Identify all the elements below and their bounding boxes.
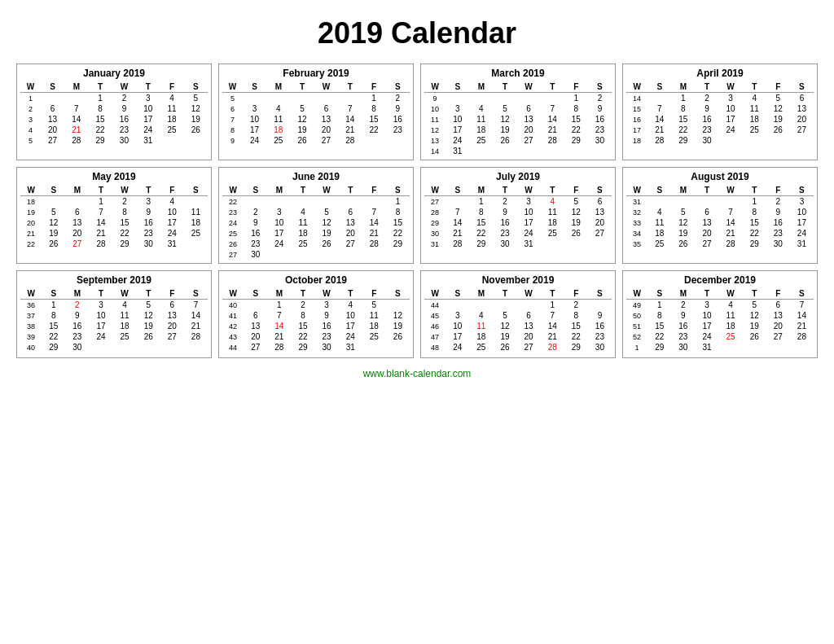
day-cell: 27 (517, 135, 541, 146)
day-cell: 23 (671, 331, 695, 342)
day-header: W (424, 288, 446, 300)
day-cell: 10 (243, 114, 266, 125)
day-header: W (315, 185, 339, 196)
day-cell: 21 (790, 321, 814, 331)
day-header: M (267, 185, 291, 196)
day-cell: 13 (41, 114, 64, 125)
day-cell (65, 249, 89, 251)
day-cell: 28 (338, 135, 362, 146)
month-block: September 2019WSMTWTFS361234567378910111… (16, 270, 212, 358)
day-cell: 1 (564, 93, 588, 104)
day-cell (339, 249, 362, 260)
week-number (626, 146, 647, 147)
week-number: 30 (424, 228, 446, 239)
day-cell: 1 (671, 93, 695, 104)
day-cell (112, 146, 136, 147)
week-number: 18 (626, 135, 647, 146)
day-cell: 29 (469, 239, 493, 249)
day-cell: 3 (446, 310, 469, 321)
day-cell: 18 (469, 331, 493, 342)
day-cell (671, 249, 695, 251)
day-cell: 24 (695, 331, 718, 342)
day-cell: 14 (719, 217, 743, 228)
day-cell: 4 (266, 103, 290, 114)
day-cell: 22 (386, 228, 410, 239)
month-title: March 2019 (424, 68, 612, 79)
day-cell (588, 353, 612, 354)
day-cell (517, 300, 541, 311)
day-cell: 28 (647, 135, 671, 146)
day-cell: 11 (184, 207, 208, 217)
day-cell (386, 342, 410, 353)
day-cell: 14 (647, 114, 671, 125)
day-cell: 12 (743, 310, 766, 321)
week-number: 5 (20, 135, 41, 146)
day-header: W (315, 288, 339, 300)
week-number: 26 (222, 239, 244, 249)
day-cell (564, 353, 588, 354)
day-cell: 9 (766, 207, 790, 217)
month-block: June 2019WSMTWTFS22123234567824910111213… (218, 167, 414, 264)
day-cell: 14 (790, 310, 814, 321)
day-cell (362, 135, 385, 146)
day-header: W (20, 288, 42, 300)
day-cell: 8 (113, 207, 137, 217)
day-header: W (222, 288, 244, 300)
day-cell: 15 (743, 217, 766, 228)
month-table: WSMTWTFS14123456157891011121316141516171… (626, 81, 814, 147)
day-cell (65, 353, 89, 354)
day-cell: 22 (42, 331, 65, 342)
day-cell: 10 (719, 103, 743, 114)
day-cell: 17 (446, 125, 469, 135)
month-title: January 2019 (20, 68, 208, 79)
week-number: 38 (20, 321, 42, 331)
week-number: 27 (424, 196, 446, 208)
day-cell: 23 (137, 228, 160, 239)
month-table: WSMTWTFS22123234567824910111213141525161… (222, 185, 410, 260)
day-cell (113, 342, 137, 353)
day-cell: 14 (338, 114, 362, 125)
day-cell (267, 353, 291, 354)
day-cell (743, 353, 766, 354)
day-header: M (65, 185, 89, 196)
day-cell (291, 196, 314, 208)
week-number: 40 (222, 300, 244, 311)
day-cell: 8 (671, 103, 695, 114)
day-cell (469, 353, 493, 354)
day-cell (647, 93, 671, 104)
day-header: F (564, 185, 588, 196)
day-cell: 18 (647, 228, 671, 239)
day-cell: 28 (541, 342, 564, 353)
day-cell: 5 (493, 103, 516, 114)
day-cell: 17 (790, 217, 814, 228)
day-cell: 4 (469, 103, 493, 114)
day-cell: 22 (671, 125, 695, 135)
day-cell: 29 (743, 239, 766, 249)
day-cell (362, 353, 386, 354)
day-cell: 1 (386, 196, 410, 208)
day-cell: 10 (790, 207, 814, 217)
day-cell: 11 (266, 114, 290, 125)
day-header: T (493, 185, 516, 196)
day-cell: 28 (446, 239, 469, 249)
week-number: 47 (424, 331, 446, 342)
day-header: S (446, 288, 469, 300)
day-cell: 25 (266, 135, 290, 146)
month-title: October 2019 (222, 274, 410, 286)
calendars-grid: January 2019WSMTWTFS11234526789101112313… (16, 64, 818, 358)
day-cell: 26 (671, 239, 695, 249)
footer-link[interactable]: www.blank-calendar.com (363, 368, 472, 379)
day-header: M (266, 81, 290, 93)
day-cell: 2 (671, 300, 695, 311)
day-header: T (695, 185, 718, 196)
day-cell: 20 (160, 321, 184, 331)
day-header: T (339, 288, 362, 300)
day-cell: 12 (315, 217, 339, 228)
day-cell: 5 (743, 300, 766, 311)
day-header: F (766, 288, 790, 300)
month-title: May 2019 (20, 171, 208, 182)
day-cell (493, 300, 516, 311)
month-table: WSMTWTFS27123456287891011121329141516171… (424, 185, 612, 251)
day-cell: 15 (88, 114, 112, 125)
day-cell: 24 (339, 331, 362, 342)
